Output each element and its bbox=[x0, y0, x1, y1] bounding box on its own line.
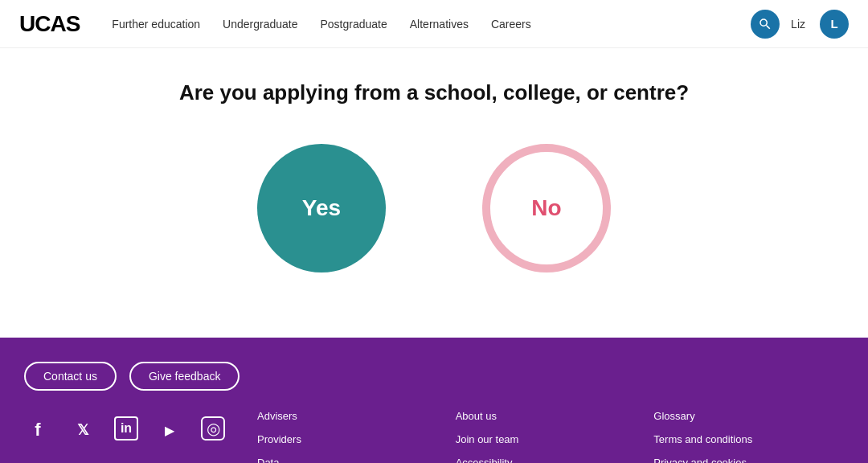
facebook-icon[interactable]: f bbox=[24, 416, 51, 444]
no-label: No bbox=[531, 195, 561, 221]
footer-col-3: Glossary Terms and conditions Privacy an… bbox=[645, 410, 844, 463]
header: UCAS Further education Undergraduate Pos… bbox=[0, 0, 868, 48]
footer-link-glossary[interactable]: Glossary bbox=[653, 410, 836, 422]
nav-postgraduate[interactable]: Postgraduate bbox=[320, 18, 387, 31]
social-icons-row: f 𝕏 in ▶ ◎ bbox=[24, 416, 249, 444]
give-feedback-button[interactable]: Give feedback bbox=[129, 362, 240, 391]
contact-us-button[interactable]: Contact us bbox=[24, 362, 117, 391]
nav-careers[interactable]: Careers bbox=[491, 18, 531, 31]
main-nav: Further education Undergraduate Postgrad… bbox=[112, 18, 751, 31]
linkedin-icon[interactable]: in bbox=[114, 416, 138, 440]
nav-further-education[interactable]: Further education bbox=[112, 18, 200, 31]
twitter-icon[interactable]: 𝕏 bbox=[69, 416, 96, 444]
no-button[interactable]: No bbox=[482, 144, 611, 272]
footer-link-advisers[interactable]: Advisers bbox=[257, 410, 440, 422]
footer-col-2: About us Join our team Accessibility Ad … bbox=[448, 410, 646, 463]
footer-link-terms[interactable]: Terms and conditions bbox=[653, 433, 836, 445]
yes-label: Yes bbox=[302, 195, 341, 221]
footer-top: Contact us Give feedback bbox=[24, 362, 844, 391]
search-icon bbox=[758, 17, 772, 31]
yes-button[interactable]: Yes bbox=[257, 144, 386, 272]
footer-columns: Advisers Providers Data About us Join ou… bbox=[249, 410, 844, 463]
footer-link-accessibility[interactable]: Accessibility bbox=[456, 457, 638, 463]
footer: Contact us Give feedback f 𝕏 in ▶ ◎ Advi… bbox=[0, 338, 868, 463]
nav-alternatives[interactable]: Alternatives bbox=[410, 18, 469, 31]
footer-link-join-our-team[interactable]: Join our team bbox=[456, 433, 638, 445]
header-right: Liz L bbox=[751, 10, 849, 39]
footer-link-data[interactable]: Data bbox=[257, 457, 440, 463]
search-button[interactable] bbox=[751, 10, 780, 39]
youtube-icon[interactable]: ▶ bbox=[156, 416, 183, 444]
main-content: Are you applying from a school, college,… bbox=[0, 48, 868, 338]
footer-col-1: Advisers Providers Data bbox=[249, 410, 448, 463]
footer-bottom: f 𝕏 in ▶ ◎ Advisers Providers Data About… bbox=[24, 410, 844, 463]
footer-link-about-us[interactable]: About us bbox=[456, 410, 638, 422]
instagram-icon[interactable]: ◎ bbox=[201, 416, 225, 440]
question-heading: Are you applying from a school, college,… bbox=[179, 80, 689, 105]
footer-social: f 𝕏 in ▶ ◎ bbox=[24, 410, 249, 463]
choice-buttons: Yes No bbox=[257, 144, 611, 272]
nav-undergraduate[interactable]: Undergraduate bbox=[223, 18, 297, 31]
footer-link-providers[interactable]: Providers bbox=[257, 433, 440, 445]
footer-link-privacy[interactable]: Privacy and cookies bbox=[653, 457, 836, 463]
logo[interactable]: UCAS bbox=[19, 11, 80, 37]
user-name-label: Liz bbox=[791, 18, 805, 31]
user-avatar[interactable]: L bbox=[820, 10, 849, 39]
